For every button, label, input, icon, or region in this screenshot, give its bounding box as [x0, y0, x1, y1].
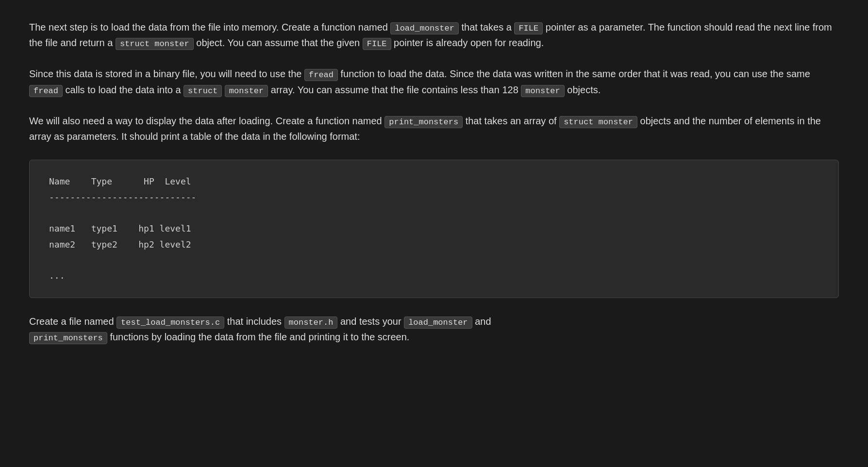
code-load-monster2: load_monster — [404, 317, 472, 329]
para1-text4: object. You can assume that the given — [194, 37, 363, 48]
paragraph-last: Create a file named test_load_monsters.c… — [29, 314, 839, 345]
para2-text1: Since this data is stored in a binary fi… — [29, 68, 304, 79]
para1-text2: that takes a — [459, 22, 515, 33]
para2-text3: calls to load the data into a — [63, 84, 184, 95]
code-load-monster: load_monster — [390, 22, 458, 34]
code-block-table: Name Type HP Level ---------------------… — [29, 160, 839, 298]
code-struct2: struct — [184, 85, 222, 97]
last-text4: and — [472, 316, 491, 327]
paragraph-1: The next step is to load the data from t… — [29, 19, 839, 50]
code-monster3: monster — [521, 85, 564, 97]
last-text2: that includes — [224, 316, 284, 327]
code-fread2: fread — [29, 85, 63, 97]
para3-text2: that takes an array of — [463, 116, 559, 126]
last-text1: Create a file named — [29, 316, 117, 327]
paragraph-2: Since this data is stored in a binary fi… — [29, 66, 839, 97]
code-test-file: test_load_monsters.c — [117, 317, 224, 329]
para2-text6: objects. — [565, 84, 601, 95]
paragraph-3: We will also need a way to display the d… — [29, 113, 839, 144]
code-file2: FILE — [363, 38, 391, 50]
code-monster2: monster — [225, 85, 268, 97]
code-file1: FILE — [514, 22, 543, 34]
code-struct-monster1: struct monster — [116, 38, 194, 50]
code-block-content: Name Type HP Level ---------------------… — [49, 174, 819, 284]
para3-text1: We will also need a way to display the d… — [29, 116, 384, 126]
para1-text5: pointer is already open for reading. — [391, 37, 544, 48]
last-text3: and tests your — [337, 316, 404, 327]
code-monster-h: monster.h — [284, 317, 338, 329]
last-text5: functions by loading the data from the f… — [107, 332, 410, 342]
code-print-monsters: print_monsters — [384, 116, 463, 128]
para1-text1: The next step is to load the data from t… — [29, 22, 390, 33]
code-print-monsters2: print_monsters — [29, 332, 107, 344]
code-struct-monster3: struct monster — [559, 116, 637, 128]
para2-text5: array. You can assume that the file cont… — [268, 84, 521, 95]
code-fread1: fread — [304, 69, 338, 81]
para2-text2: function to load the data. Since the dat… — [338, 68, 810, 79]
